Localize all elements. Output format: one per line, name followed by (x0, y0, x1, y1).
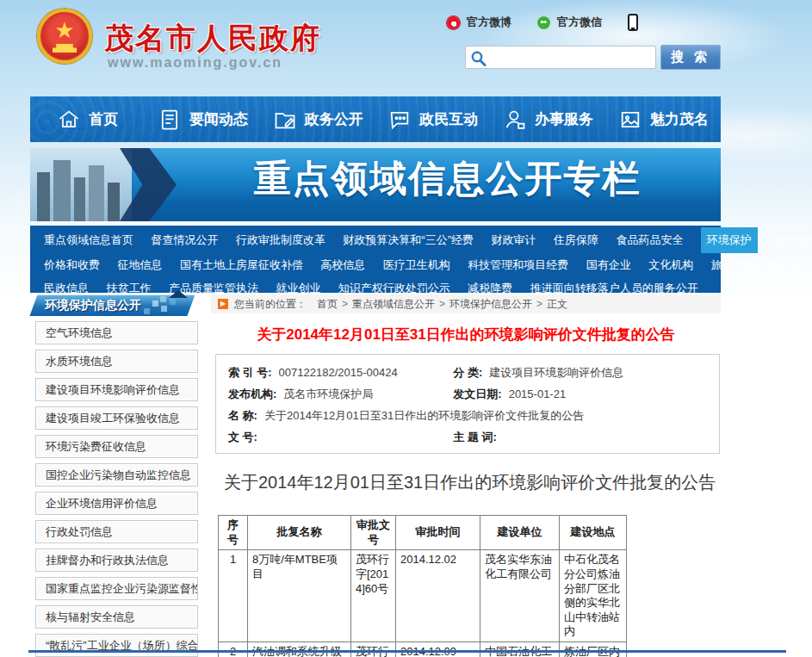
nav-item-news[interactable]: 要闻动态 (146, 96, 261, 142)
national-emblem-logo[interactable]: ★ (37, 9, 92, 64)
main-content: ▶ 您当前的位置： 首页 > 重点领域信息公开 > 环境保护信息公开 > 正文 … (211, 294, 721, 657)
cell-seq: 1 (219, 550, 248, 642)
banner-title-reflection: 重点领域信息公开专栏 (181, 200, 714, 221)
meta-row: 文 号: 主 题 词: (228, 426, 707, 448)
meta-publisher-label: 发布机构: (228, 383, 276, 405)
sidebar-item-pollution-fee[interactable]: 环境污染费征收信息 (35, 435, 198, 458)
subnav-link[interactable]: 住房保障 (554, 229, 598, 251)
meta-row: 名 称: 关于2014年12月01日至31日作出的环境影响评价文件批复的公告 (228, 405, 707, 426)
subnav-link[interactable]: 科技管理和项目经费 (468, 254, 568, 276)
table-row: 1 8万吨/年MTBE项目 茂环行字[2014]60号 2014.12.02 茂… (219, 550, 627, 642)
subnav-link[interactable]: 国有土地上房屋征收补偿 (180, 254, 303, 276)
cell-doc-no: 茂环行字[2014]60号 (351, 550, 396, 642)
sidebar-item-auto-monitoring[interactable]: 国控企业污染物自动监控信息 (35, 463, 198, 487)
cell-approval-name: 8万吨/年MTBE项目 (248, 550, 351, 642)
folder-pencil-icon (273, 108, 297, 132)
social-links: 官方微博 官方微信 (447, 14, 638, 31)
sidebar-item-acceptance[interactable]: 建设项目竣工环保验收信息 (35, 406, 198, 430)
topic-banner[interactable]: 重点领域信息公开专栏 重点领域信息公开专栏 (30, 148, 721, 221)
approval-table: 序号 批复名称 审批文号 审批时间 建设单位 建设地点 1 8万吨/年MTBE项… (218, 515, 627, 657)
weibo-icon[interactable] (447, 16, 460, 29)
meta-row: 索 引 号: 007122182/2015-00424 分 类: 建设项目环境影… (228, 362, 707, 383)
subnav-link[interactable]: 食品药品安全 (616, 229, 683, 251)
city-skyline-image (30, 148, 132, 221)
site-url: www.maoming.gov.cn (108, 55, 282, 71)
subnav-link[interactable]: 文化机构 (648, 254, 693, 276)
subnav-link[interactable]: 财政审计 (491, 229, 536, 251)
subnav-link[interactable]: 行政审批制度改革 (236, 229, 325, 251)
nav-label: 魅力茂名 (650, 109, 709, 129)
breadcrumb-current: 正文 (547, 297, 567, 312)
nav-item-home[interactable]: 首页 (30, 96, 146, 142)
meta-index-label: 索 引 号: (228, 362, 272, 383)
meta-keywords-label: 主 题 词: (453, 426, 497, 448)
subnav-link[interactable]: 重点领域信息首页 (44, 229, 133, 251)
nav-label: 政务公开 (305, 109, 363, 129)
footer-divider (28, 650, 786, 653)
meta-category-value: 建设项目环境影响评价信息 (489, 362, 623, 383)
nav-item-gov-disclosure[interactable]: 政务公开 (260, 96, 375, 142)
col-header-construction-site: 建设地点 (560, 516, 627, 550)
news-document-icon (158, 108, 182, 132)
nav-item-charm[interactable]: 魅力茂名 (605, 96, 721, 142)
photo-icon (618, 108, 642, 132)
nav-label: 首页 (89, 109, 118, 129)
subnav-link[interactable]: 价格和收费 (44, 254, 100, 276)
subnav-link[interactable]: 安全生产 (775, 229, 812, 251)
sidebar-header: 环境保护信息公开 (30, 294, 200, 316)
col-header-doc-no: 审批文号 (351, 516, 396, 550)
subnav-link[interactable]: 督查情况公开 (151, 229, 218, 251)
search-button[interactable]: 搜 索 (660, 45, 721, 70)
weibo-link[interactable]: 官方微博 (467, 15, 511, 30)
subnav-link[interactable]: 医疗卫生机构 (383, 254, 450, 276)
search-input[interactable] (490, 46, 654, 68)
cell-construction-site: 中石化茂名分公司炼油分部厂区北侧的实华北山中转油站内 (560, 550, 627, 642)
wechat-icon[interactable] (537, 16, 550, 29)
banner-title: 重点领域信息公开专栏 (181, 154, 714, 204)
breadcrumb-home[interactable]: 首页 (317, 297, 338, 312)
meta-docno-label: 文 号: (228, 426, 257, 448)
search-box (465, 46, 656, 69)
subnav-link[interactable]: 高校信息 (320, 254, 365, 276)
breadcrumb-environment[interactable]: 环境保护信息公开 (449, 297, 532, 312)
wechat-link[interactable]: 官方微信 (557, 15, 602, 30)
subnav-link[interactable]: 财政预算决算和“三公”经费 (343, 229, 474, 251)
chat-bubble-icon (387, 108, 412, 132)
sidebar-item-enforcement[interactable]: 挂牌督办和行政执法信息 (35, 549, 198, 572)
meta-date-value: 2015-01-21 (509, 383, 567, 405)
meta-row: 发布机构: 茂名市环境保护局 发文日期: 2015-01-21 (228, 383, 707, 405)
sidebar-title: 环境保护信息公开 (30, 294, 200, 316)
breadcrumb-separator: > (342, 298, 348, 310)
breadcrumb-key-areas[interactable]: 重点领域信息公开 (352, 297, 435, 312)
sidebar-item-air[interactable]: 空气环境信息 (35, 321, 198, 344)
nav-item-services[interactable]: 办事服务 (491, 96, 606, 142)
sidebar-item-scattered-pollution[interactable]: “散乱污”工业企业（场所）综合整治 (35, 634, 198, 657)
meta-name-label: 名 称: (228, 405, 257, 426)
cell-approval-time: 2014.12.02 (396, 550, 480, 642)
subnav-link[interactable]: 国有企业 (586, 254, 631, 276)
sidebar-item-key-monitoring[interactable]: 国家重点监控企业污染源监督性监测信息 (35, 577, 198, 600)
breadcrumb-separator: > (439, 298, 445, 310)
table-header-row: 序号 批复名称 审批文号 审批时间 建设单位 建设地点 (219, 516, 627, 550)
meta-name-value: 关于2014年12月01日至31日作出的环境影响评价文件批复的公告 (264, 405, 584, 426)
main-navigation: 首页 要闻动态 政务公开 政民互动 办事服务 魅力茂名 (30, 96, 721, 142)
breadcrumb-label: 您当前的位置： (234, 297, 307, 312)
content-title: 关于2014年12月01日至31日作出的环境影响评价文件批复的公告 (224, 471, 721, 494)
sidebar-item-nuclear[interactable]: 核与辐射安全信息 (35, 605, 198, 629)
subnav-row-1: 重点领域信息首页 督查情况公开 行政审批制度改革 财政预算决算和“三公”经费 财… (37, 227, 717, 253)
emblem-star-icon: ★ (40, 19, 89, 41)
subnav-link-active-environment[interactable]: 环境保护 (701, 227, 758, 253)
sidebar-item-credit-rating[interactable]: 企业环境信用评价信息 (35, 492, 198, 515)
mobile-icon[interactable] (628, 14, 638, 31)
meta-date-label: 发文日期: (453, 383, 501, 405)
home-icon (57, 108, 81, 132)
document-meta-box: 索 引 号: 007122182/2015-00424 分 类: 建设项目环境影… (215, 354, 720, 454)
subnav-link[interactable]: 旅游市场监管执法 (711, 254, 801, 276)
sidebar-item-water[interactable]: 水质环境信息 (35, 350, 198, 373)
subnav-link[interactable]: 征地信息 (117, 254, 162, 276)
site-header: ★ 茂名市人民政府 www.maoming.gov.cn 官方微博 官方微信 搜… (30, 0, 721, 96)
sidebar-item-eia[interactable]: 建设项目环境影响评价信息 (35, 378, 198, 401)
nav-item-interaction[interactable]: 政民互动 (375, 96, 491, 142)
sidebar-item-penalty[interactable]: 行政处罚信息 (35, 520, 198, 543)
breadcrumb: ▶ 您当前的位置： 首页 > 重点领域信息公开 > 环境保护信息公开 > 正文 (211, 294, 721, 313)
